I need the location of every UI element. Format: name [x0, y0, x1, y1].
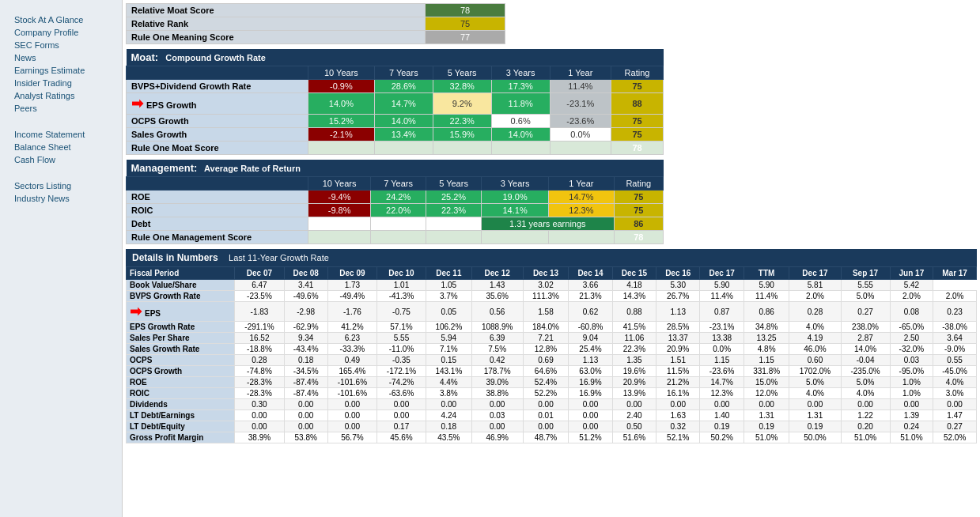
details-cell: 1.31	[744, 410, 789, 421]
sidebar-item-stock-at-a-glance[interactable]: Stock At A Glance	[0, 13, 122, 26]
sidebar-item-analyst-ratings[interactable]: Analyst Ratings	[0, 89, 122, 102]
mgmt-roic-rating: 75	[614, 204, 663, 217]
details-cell: 0.88	[612, 302, 656, 322]
company-section-header	[0, 6, 122, 13]
sidebar-item-income-statement[interactable]: Income Statement	[0, 128, 122, 141]
moat-bvps-7yr: 28.6%	[374, 80, 433, 93]
details-cell: 5.81	[789, 280, 841, 291]
financials-section-header	[0, 121, 122, 128]
moat-header-row: Moat: Compound Growth Rate	[127, 49, 664, 66]
details-col-dec17: Dec 17	[700, 267, 744, 280]
details-cell: 2.50	[890, 333, 933, 344]
sidebar-item-sectors-listing[interactable]: Sectors Listing	[0, 179, 122, 192]
moat-col-rating: Rating	[611, 66, 664, 80]
details-cell: -1.76	[327, 302, 376, 322]
mgmt-col-5yr: 5 Years	[426, 177, 482, 191]
details-cell: 106.2%	[426, 322, 472, 333]
details-cell: 4.19	[789, 333, 841, 344]
details-cell: 0.00	[235, 421, 284, 432]
details-cell: 331.8%	[744, 366, 789, 377]
details-cell: 0.42	[471, 355, 523, 366]
details-cell: -23.1%	[700, 322, 744, 333]
details-cell: 3.02	[523, 280, 569, 291]
mgmt-row-roic: ROIC -9.8% 22.0% 22.3% 14.1% 12.3% 75	[127, 204, 664, 217]
details-cell: 46.9%	[471, 432, 523, 443]
sidebar: Stock At A Glance Company Profile SEC Fo…	[0, 0, 123, 517]
details-cell: 4.18	[612, 280, 656, 291]
details-cell: 0.27	[933, 421, 977, 432]
moat-header-cell: Moat: Compound Growth Rate	[127, 49, 664, 66]
moat-ocps-7yr: 14.0%	[374, 115, 433, 128]
details-row: OCPS Growth-74.8%-34.5%165.4%-172.1%143.…	[127, 366, 977, 377]
details-cell: 20.9%	[656, 344, 700, 355]
sidebar-item-earnings-estimate[interactable]: Earnings Estimate	[0, 64, 122, 77]
details-cell: 25.4%	[569, 344, 612, 355]
details-cell: 0.00	[523, 399, 569, 410]
details-cell: -74.2%	[376, 377, 426, 388]
details-cell: 63.0%	[569, 366, 612, 377]
mgmt-col-1yr: 1 Year	[549, 177, 614, 191]
details-col-dec09: Dec 09	[327, 267, 376, 280]
moat-total-5yr	[433, 142, 491, 155]
details-cell: 1.40	[700, 410, 744, 421]
sidebar-item-news[interactable]: News	[0, 51, 122, 64]
details-cell: -9.0%	[933, 344, 977, 355]
moat-bvps-1yr: 11.4%	[550, 80, 611, 93]
details-cell: 1.63	[656, 410, 700, 421]
moat-row-total: Rule One Moat Score 78	[127, 142, 664, 155]
score-value-rank: 75	[426, 17, 505, 31]
details-cell: 39.0%	[471, 377, 523, 388]
moat-sales-3yr: 14.0%	[491, 128, 550, 142]
details-cell: 41.2%	[327, 322, 376, 333]
details-cell: 0.00	[376, 399, 426, 410]
details-cell: 0.30	[235, 399, 284, 410]
sidebar-item-sec-forms[interactable]: SEC Forms	[0, 39, 122, 51]
sidebar-item-insider-trading[interactable]: Insider Trading	[0, 77, 122, 89]
mgmt-col-7yr: 7 Years	[371, 177, 426, 191]
sidebar-item-cash-flow[interactable]: Cash Flow	[0, 153, 122, 166]
details-cell: 16.52	[235, 333, 284, 344]
details-cell: 7.1%	[426, 344, 472, 355]
moat-eps-7yr: 14.7%	[374, 93, 433, 115]
moat-row-eps: ➡EPS Growth 14.0% 14.7% 9.2% 11.8% -23.1…	[127, 93, 664, 115]
moat-total-rating: 78	[611, 142, 664, 155]
details-cell: 43.5%	[426, 432, 472, 443]
details-cell: 64.6%	[523, 366, 569, 377]
details-cell: -2.98	[284, 302, 327, 322]
details-cell: 0.60	[789, 355, 841, 366]
sidebar-item-company-profile[interactable]: Company Profile	[0, 26, 122, 39]
mgmt-roe-7yr: 24.2%	[371, 191, 426, 204]
moat-eps-3yr: 11.8%	[491, 93, 550, 115]
details-cell: 16.1%	[656, 388, 700, 399]
sidebar-item-peers[interactable]: Peers	[0, 102, 122, 115]
details-col-dec16: Dec 16	[656, 267, 700, 280]
details-cell: 50.2%	[700, 432, 744, 443]
details-cell: 1.43	[471, 280, 523, 291]
details-cell: 3.7%	[426, 291, 472, 302]
mgmt-subtitle: Average Rate of Return	[199, 164, 301, 173]
details-row-label: Sales Growth Rate	[127, 344, 235, 355]
mgmt-label-roic: ROIC	[127, 204, 308, 217]
details-cell: 21.2%	[656, 377, 700, 388]
sidebar-item-industry-news[interactable]: Industry News	[0, 192, 122, 205]
details-cell: 5.0%	[789, 377, 841, 388]
mgmt-roe-10yr: -9.4%	[308, 191, 371, 204]
details-cell: 1.22	[841, 410, 890, 421]
mgmt-header-cell: Management: Average Rate of Return	[127, 160, 664, 177]
details-cell: 0.00	[933, 399, 977, 410]
details-cell: 0.87	[700, 302, 744, 322]
details-cell: 1.0%	[890, 377, 933, 388]
details-cell: 13.37	[656, 333, 700, 344]
details-cell: 0.49	[327, 355, 376, 366]
management-table: Management: Average Rate of Return 10 Ye…	[126, 160, 664, 244]
details-cell: -28.3%	[235, 377, 284, 388]
sidebar-item-balance-sheet[interactable]: Balance Sheet	[0, 141, 122, 153]
moat-col-5yr: 5 Years	[433, 66, 491, 80]
details-cell: 4.24	[426, 410, 472, 421]
moat-ocps-rating: 75	[611, 115, 664, 128]
details-cell: 3.66	[569, 280, 612, 291]
moat-sales-1yr: 0.0%	[550, 128, 611, 142]
details-cell: 12.3%	[700, 388, 744, 399]
details-cell: 1.58	[523, 302, 569, 322]
details-cell: 1.51	[656, 355, 700, 366]
